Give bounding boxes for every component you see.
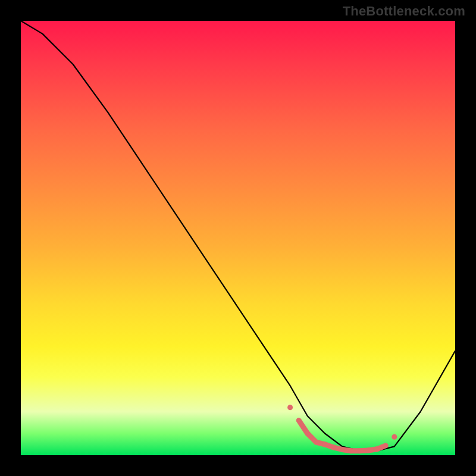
highlight-dot — [302, 426, 303, 427]
highlight-markers — [287, 405, 397, 452]
highlight-dot — [311, 437, 312, 439]
chart-frame: TheBottleneck.com — [0, 0, 476, 476]
highlight-dot — [355, 450, 356, 452]
highlight-end-dot — [392, 434, 397, 440]
plot-area — [21, 21, 455, 455]
highlight-dot — [364, 450, 365, 451]
highlight-dot — [337, 448, 339, 449]
curve-svg — [21, 21, 455, 455]
highlight-dot — [328, 445, 330, 446]
bottleneck-curve-line — [21, 21, 455, 451]
highlight-end-dot — [287, 405, 293, 410]
watermark-text: TheBottleneck.com — [343, 4, 465, 19]
highlight-dot — [372, 449, 373, 450]
highlight-dash — [377, 446, 386, 449]
highlight-dot — [346, 450, 347, 451]
highlight-dot — [320, 443, 321, 444]
